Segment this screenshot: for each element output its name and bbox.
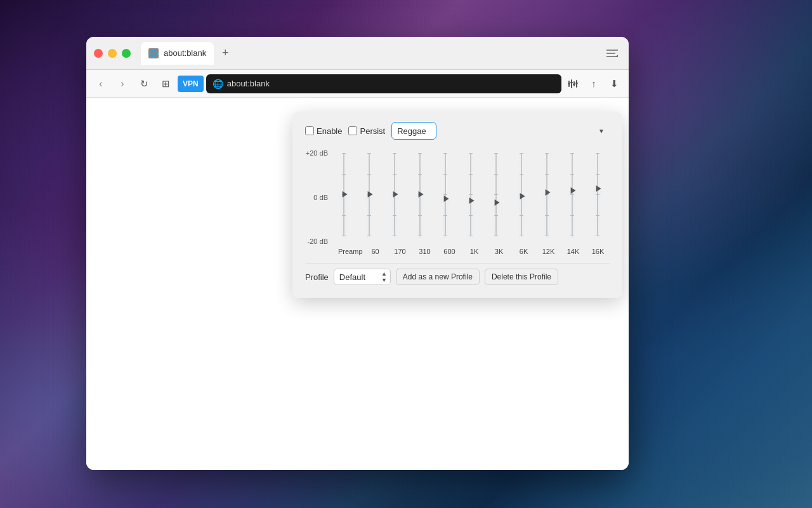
enable-label: Enable — [317, 126, 342, 136]
band-slider-310[interactable] — [414, 156, 426, 239]
band-slider-14k[interactable] — [566, 156, 579, 239]
add-profile-button[interactable]: Add as a new Profile — [396, 269, 480, 285]
eq-band-310 — [408, 150, 432, 245]
tab-label: about:blank — [164, 48, 206, 58]
eq-band-6k — [509, 150, 534, 245]
eq-band-14k — [560, 150, 584, 245]
freq-label-600: 600 — [438, 248, 461, 255]
freq-label-6k: 6K — [512, 248, 535, 255]
freq-label-170: 170 — [388, 248, 412, 255]
tab-area: 🌐 about:blank + — [141, 42, 598, 65]
address-bar[interactable]: 🌐 about:blank — [206, 74, 561, 93]
eq-band-1k — [459, 150, 483, 245]
freq-label-60: 60 — [363, 248, 387, 255]
grid-button[interactable]: ⊞ — [156, 74, 175, 93]
menu-icon — [606, 50, 618, 57]
freq-label-12k: 12K — [537, 248, 560, 255]
refresh-icon: ↻ — [140, 78, 148, 90]
svg-rect-7 — [573, 81, 575, 86]
freq-label-14k: 14K — [561, 248, 585, 255]
band-slider-12k[interactable] — [540, 156, 553, 239]
band-slider-1k[interactable] — [464, 156, 477, 239]
db-mid-label: 0 dB — [305, 194, 328, 201]
freq-label-preamp: Preamp — [338, 248, 362, 255]
equalizer-icon — [568, 78, 579, 90]
eq-band-170 — [383, 150, 407, 245]
band-slider-16k[interactable] — [591, 156, 604, 239]
band-slider-preamp[interactable] — [337, 156, 350, 239]
db-top-label: +20 dB — [305, 150, 328, 157]
eq-freq-labels: Preamp601703106001K3K6K12K14K16K — [305, 248, 610, 255]
profile-select-wrapper: Default Custom 1 Custom 2 ▲ ▼ — [334, 269, 391, 285]
eq-band-3k — [484, 150, 508, 245]
eq-band-16k — [586, 150, 610, 245]
download-button[interactable]: ⬇ — [605, 74, 624, 93]
traffic-lights — [94, 49, 131, 58]
delete-profile-button[interactable]: Delete this Profile — [485, 269, 558, 285]
profile-label: Profile — [305, 272, 329, 282]
vpn-button[interactable]: VPN — [178, 76, 204, 92]
band-slider-3k[interactable] — [490, 156, 502, 239]
preset-select[interactable]: Reggae Flat Classical Club Dance Pop Roc… — [391, 122, 436, 140]
freq-label-1k: 1K — [462, 248, 486, 255]
address-text: about:blank — [227, 79, 270, 88]
eq-y-axis: +20 dB 0 dB -20 dB — [305, 150, 332, 245]
close-button[interactable] — [94, 49, 103, 58]
eq-bands — [332, 150, 610, 245]
persist-label: Persist — [360, 126, 385, 136]
minimize-button[interactable] — [108, 49, 117, 58]
db-bot-label: -20 dB — [305, 238, 328, 245]
grid-icon: ⊞ — [162, 78, 170, 90]
eq-top-row: Enable Persist Reggae Flat Classical Clu… — [305, 122, 610, 140]
band-slider-6k[interactable] — [515, 156, 528, 239]
toolbar-right: ↑ ⬇ — [564, 74, 624, 93]
forward-button[interactable]: › — [113, 74, 132, 93]
band-slider-60[interactable] — [363, 156, 376, 239]
download-icon: ⬇ — [610, 78, 619, 90]
eq-band-preamp — [332, 150, 356, 245]
share-icon: ↑ — [591, 78, 596, 89]
eq-band-60 — [357, 150, 381, 245]
enable-checkbox-label[interactable]: Enable — [305, 126, 342, 136]
equalizer-button[interactable] — [564, 74, 583, 93]
band-slider-600[interactable] — [439, 156, 452, 239]
active-tab[interactable]: 🌐 about:blank — [141, 42, 214, 65]
preset-select-arrow-icon: ▼ — [598, 128, 605, 135]
back-icon: ‹ — [99, 78, 102, 90]
maximize-button[interactable] — [122, 49, 131, 58]
titlebar-actions — [603, 44, 621, 62]
menu-button[interactable] — [603, 44, 621, 62]
enable-checkbox[interactable] — [305, 126, 314, 135]
forward-icon: › — [121, 78, 124, 90]
eq-bottom-row: Profile Default Custom 1 Custom 2 ▲ ▼ Ad… — [305, 263, 610, 285]
address-globe-icon: 🌐 — [213, 79, 223, 89]
back-button[interactable]: ‹ — [91, 74, 110, 93]
tab-favicon: 🌐 — [148, 48, 159, 58]
browser-content: Enable Persist Reggae Flat Classical Clu… — [86, 98, 629, 470]
new-tab-button[interactable]: + — [216, 44, 234, 62]
preset-select-wrapper: Reggae Flat Classical Club Dance Pop Roc… — [391, 122, 610, 140]
band-slider-170[interactable] — [388, 156, 401, 239]
persist-checkbox-label[interactable]: Persist — [348, 126, 385, 136]
titlebar: 🌐 about:blank + — [86, 37, 629, 70]
share-button[interactable]: ↑ — [584, 74, 603, 93]
freq-label-16k: 16K — [586, 248, 610, 255]
profile-select[interactable]: Default Custom 1 Custom 2 — [334, 269, 391, 285]
refresh-button[interactable]: ↻ — [134, 74, 154, 93]
browser-window: 🌐 about:blank + ‹ › — [86, 37, 629, 470]
freq-label-310: 310 — [413, 248, 436, 255]
eq-sliders-area: +20 dB 0 dB -20 dB — [305, 150, 610, 245]
persist-checkbox[interactable] — [348, 126, 357, 135]
equalizer-popup: Enable Persist Reggae Flat Classical Clu… — [292, 112, 622, 298]
svg-rect-8 — [576, 80, 577, 88]
toolbar: ‹ › ↻ ⊞ VPN 🌐 about:blank — [86, 70, 629, 98]
eq-band-600 — [433, 150, 457, 245]
freq-label-3k: 3K — [487, 248, 511, 255]
eq-band-12k — [535, 150, 559, 245]
svg-rect-6 — [571, 79, 572, 88]
